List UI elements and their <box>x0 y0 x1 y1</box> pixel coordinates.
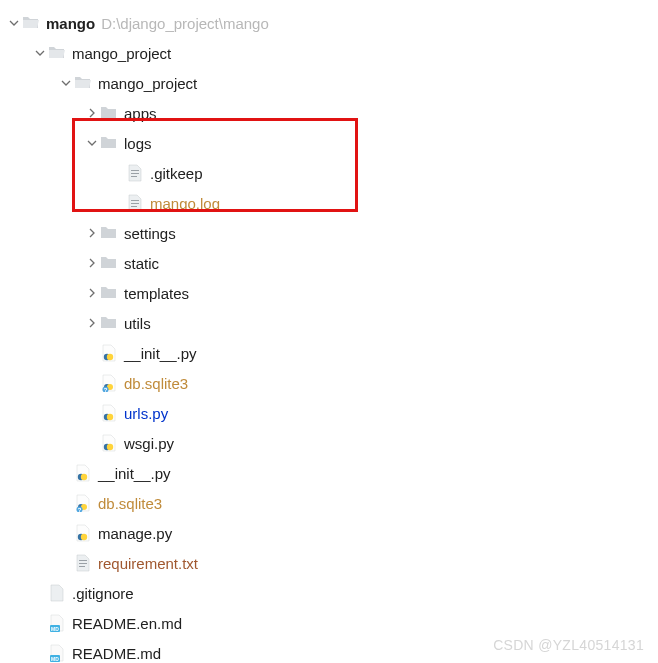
file-text-icon <box>126 194 144 212</box>
tree-node-init-outer[interactable]: __init__.py <box>0 458 658 488</box>
python-file-icon <box>100 404 118 422</box>
tree-node-templates[interactable]: templates <box>0 278 658 308</box>
node-label: .gitkeep <box>150 165 203 182</box>
chevron-right-icon[interactable] <box>84 228 100 238</box>
folder-closed-icon <box>100 254 118 272</box>
chevron-down-icon[interactable] <box>84 138 100 148</box>
file-text-icon <box>126 164 144 182</box>
tree-node-init-inner[interactable]: __init__.py <box>0 338 658 368</box>
node-label: urls.py <box>124 405 168 422</box>
python-file-icon <box>100 344 118 362</box>
tree-node-db-sqlite3-outer[interactable]: db.sqlite3 <box>0 488 658 518</box>
node-label: mango_project <box>72 45 171 62</box>
python-file-icon <box>74 524 92 542</box>
python-file-icon <box>100 434 118 452</box>
folder-open-icon <box>74 74 92 92</box>
unknown-file-icon <box>74 494 92 512</box>
project-tree: mango D:\django_project\mango mango_proj… <box>0 8 658 663</box>
chevron-right-icon[interactable] <box>84 288 100 298</box>
folder-closed-icon <box>100 104 118 122</box>
chevron-right-icon[interactable] <box>84 108 100 118</box>
node-label: logs <box>124 135 152 152</box>
node-label: __init__.py <box>98 465 171 482</box>
node-label: .gitignore <box>72 585 134 602</box>
tree-node-manage[interactable]: manage.py <box>0 518 658 548</box>
chevron-down-icon[interactable] <box>32 48 48 58</box>
node-label: static <box>124 255 159 272</box>
tree-node-settings[interactable]: settings <box>0 218 658 248</box>
node-label: requirement.txt <box>98 555 198 572</box>
node-label: apps <box>124 105 157 122</box>
tree-node-urls[interactable]: urls.py <box>0 398 658 428</box>
node-label: manage.py <box>98 525 172 542</box>
markdown-file-icon <box>48 644 66 662</box>
folder-closed-icon <box>100 314 118 332</box>
tree-node-gitignore[interactable]: .gitignore <box>0 578 658 608</box>
chevron-right-icon[interactable] <box>84 258 100 268</box>
node-label: mango.log <box>150 195 220 212</box>
tree-node-logs[interactable]: logs <box>0 128 658 158</box>
file-text-icon <box>74 554 92 572</box>
tree-node-mango-project-outer[interactable]: mango_project <box>0 38 658 68</box>
folder-closed-icon <box>100 284 118 302</box>
tree-node-requirement[interactable]: requirement.txt <box>0 548 658 578</box>
node-label: db.sqlite3 <box>124 375 188 392</box>
tree-node-db-sqlite3-inner[interactable]: db.sqlite3 <box>0 368 658 398</box>
node-label: utils <box>124 315 151 332</box>
tree-node-root[interactable]: mango D:\django_project\mango <box>0 8 658 38</box>
tree-node-readme-en[interactable]: README.en.md <box>0 608 658 638</box>
unknown-file-icon <box>100 374 118 392</box>
node-label: templates <box>124 285 189 302</box>
tree-node-gitkeep[interactable]: .gitkeep <box>0 158 658 188</box>
tree-node-apps[interactable]: apps <box>0 98 658 128</box>
chevron-down-icon[interactable] <box>6 18 22 28</box>
folder-closed-icon <box>100 224 118 242</box>
node-label: db.sqlite3 <box>98 495 162 512</box>
folder-open-icon <box>22 14 40 32</box>
chevron-right-icon[interactable] <box>84 318 100 328</box>
file-plain-icon <box>48 584 66 602</box>
node-label: mango_project <box>98 75 197 92</box>
tree-node-static[interactable]: static <box>0 248 658 278</box>
tree-node-mango-project-inner[interactable]: mango_project <box>0 68 658 98</box>
watermark: CSDN @YZL40514131 <box>493 637 644 653</box>
folder-closed-icon <box>100 134 118 152</box>
node-label: README.en.md <box>72 615 182 632</box>
node-label: mango <box>46 15 95 32</box>
node-label: settings <box>124 225 176 242</box>
node-label: __init__.py <box>124 345 197 362</box>
node-path: D:\django_project\mango <box>101 15 269 32</box>
markdown-file-icon <box>48 614 66 632</box>
node-label: README.md <box>72 645 161 662</box>
python-file-icon <box>74 464 92 482</box>
chevron-down-icon[interactable] <box>58 78 74 88</box>
tree-node-utils[interactable]: utils <box>0 308 658 338</box>
tree-node-wsgi[interactable]: wsgi.py <box>0 428 658 458</box>
folder-open-icon <box>48 44 66 62</box>
tree-node-mango-log[interactable]: mango.log <box>0 188 658 218</box>
node-label: wsgi.py <box>124 435 174 452</box>
